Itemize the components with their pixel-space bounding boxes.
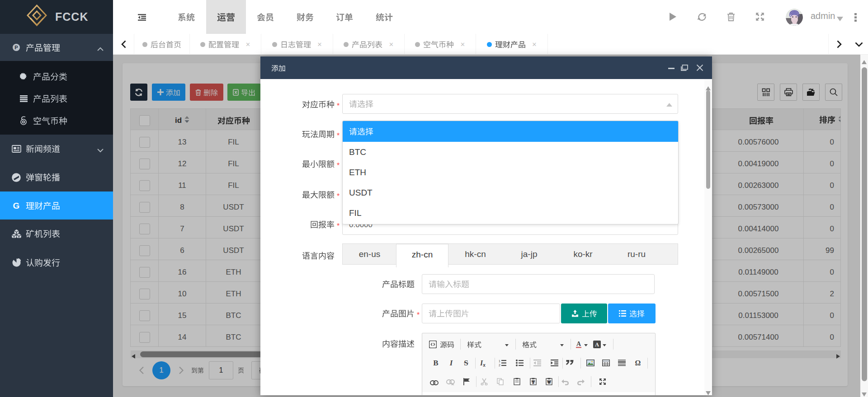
svg-text:P: P: [14, 45, 18, 50]
svg-text:A: A: [576, 341, 581, 347]
svg-text:2: 2: [499, 364, 500, 366]
svg-text:1: 1: [499, 360, 500, 363]
svg-text:A: A: [595, 341, 599, 348]
svg-text:W: W: [547, 380, 551, 384]
svg-text:T: T: [532, 380, 535, 384]
svg-text:G: G: [13, 201, 20, 210]
